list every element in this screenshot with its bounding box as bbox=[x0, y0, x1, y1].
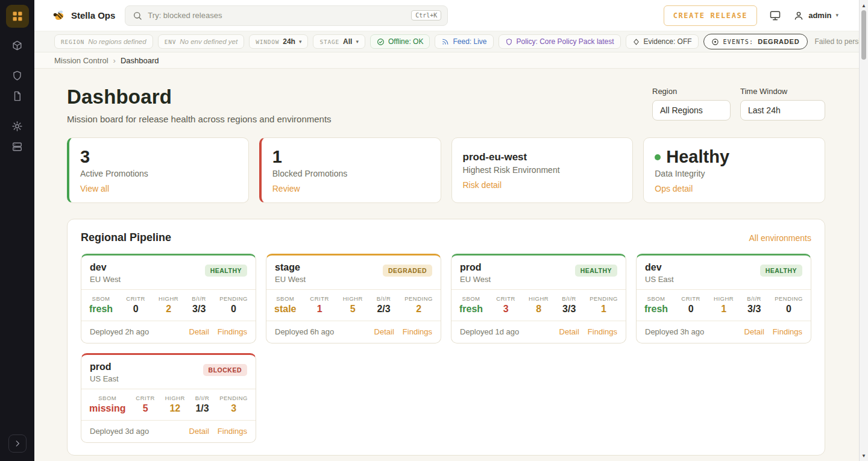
sidebar-item-settings[interactable] bbox=[7, 116, 28, 136]
env-chip-label: ENV bbox=[165, 39, 177, 45]
findings-link[interactable]: Findings bbox=[773, 327, 802, 336]
metric-critr-label: CRITR bbox=[681, 295, 700, 302]
detail-link[interactable]: Detail bbox=[189, 327, 209, 336]
env-metrics: SBOM missing CRITR 5 HIGHR 12 bbox=[81, 389, 256, 421]
user-menu[interactable]: admin ▾ bbox=[793, 10, 838, 21]
app-root: Stella Ops Ctrl+K CREATE RELEASE bbox=[0, 0, 868, 461]
detail-link[interactable]: Detail bbox=[189, 427, 209, 436]
env-metrics: SBOM fresh CRITR 0 HIGHR 1 bbox=[637, 289, 811, 321]
pipeline-header: Regional Pipeline All environments bbox=[81, 231, 811, 244]
monitor-icon bbox=[769, 10, 781, 22]
metric-pending: PENDING 0 bbox=[775, 295, 803, 315]
server-icon bbox=[11, 141, 23, 152]
findings-link[interactable]: Findings bbox=[218, 327, 247, 336]
view-all-link[interactable]: View all bbox=[80, 184, 109, 193]
metric-highr-value: 5 bbox=[350, 304, 356, 315]
metric-highr: HIGHR 12 bbox=[165, 395, 185, 414]
breadcrumb-mission-control[interactable]: Mission Control bbox=[54, 56, 108, 65]
evidence-status-chip[interactable]: Evidence: OFF bbox=[626, 34, 699, 49]
context-warning-text: Failed to persist global context prefere… bbox=[815, 37, 860, 46]
metric-sbom-value: fresh bbox=[89, 304, 113, 315]
risk-detail-link[interactable]: Risk detail bbox=[463, 180, 502, 190]
metric-bir: B/I/R 3/3 bbox=[192, 295, 206, 315]
offline-status-chip[interactable]: Offline: OK bbox=[370, 34, 430, 49]
stage-chip-value: All bbox=[343, 37, 352, 46]
env-region: EU West bbox=[90, 275, 121, 284]
time-window-select[interactable]: Last 24h bbox=[740, 100, 825, 121]
global-search[interactable]: Ctrl+K bbox=[125, 5, 448, 26]
env-name: stage bbox=[275, 262, 306, 273]
metric-highr-label: HIGHR bbox=[343, 295, 363, 302]
search-input[interactable] bbox=[148, 11, 406, 20]
region-chip-label: REGION bbox=[61, 39, 84, 45]
page-content: Dashboard Mission board for release heal… bbox=[34, 69, 859, 461]
metric-bir-value: 3/3 bbox=[562, 304, 576, 315]
metric-highr: HIGHR 5 bbox=[343, 295, 363, 315]
stat-cards: 3 Active Promotions View all 1 Blocked P… bbox=[67, 137, 825, 203]
env-metrics: SBOM stale CRITR 1 HIGHR 5 bbox=[266, 289, 441, 321]
review-link[interactable]: Review bbox=[272, 184, 300, 193]
window-context-chip[interactable]: WINDOW 24h ▾ bbox=[249, 34, 308, 49]
region-select[interactable]: All Regions bbox=[652, 100, 731, 121]
events-label: EVENTS: bbox=[723, 39, 754, 45]
env-card-stage-eu-west: stage EU West DEGRADED SBOM stale CR bbox=[266, 254, 441, 343]
deployed-time: Deployed 3d ago bbox=[90, 427, 149, 436]
env-region: EU West bbox=[460, 275, 491, 284]
region-context-chip[interactable]: REGION No regions defined bbox=[54, 34, 153, 49]
main-area: Stella Ops Ctrl+K CREATE RELEASE bbox=[34, 0, 859, 461]
sidebar-item-dashboard[interactable] bbox=[6, 5, 29, 28]
chevron-right-icon bbox=[13, 439, 22, 448]
page-title: Dashboard bbox=[67, 86, 332, 108]
ops-detail-link[interactable]: Ops detail bbox=[655, 184, 693, 193]
env-card-header: prod US East BLOCKED bbox=[81, 355, 256, 389]
scrollbar-thumb[interactable] bbox=[861, 10, 866, 60]
display-theme-button[interactable] bbox=[769, 10, 781, 22]
all-environments-link[interactable]: All environments bbox=[749, 233, 812, 243]
sidebar-item-infrastructure[interactable] bbox=[7, 136, 28, 157]
metric-pending-value: 2 bbox=[416, 304, 421, 315]
circle-dot-icon bbox=[711, 38, 719, 46]
env-region: EU West bbox=[275, 275, 306, 284]
sidebar-item-security[interactable] bbox=[7, 65, 28, 86]
scroll-down-icon[interactable]: ▼ bbox=[860, 451, 868, 460]
breadcrumb-separator: › bbox=[113, 56, 116, 65]
env-name: dev bbox=[90, 262, 121, 273]
metric-sbom-label: SBOM bbox=[98, 395, 116, 401]
metric-critr: CRITR 0 bbox=[681, 295, 700, 315]
brand[interactable]: Stella Ops bbox=[52, 8, 115, 22]
metric-critr-value: 1 bbox=[317, 304, 322, 315]
stat-value: Healthy bbox=[655, 147, 814, 167]
metric-bir-label: B/I/R bbox=[192, 295, 206, 302]
create-release-button[interactable]: CREATE RELEASE bbox=[664, 5, 758, 26]
env-card-footer: Deployed 6h ago Detail Findings bbox=[266, 321, 441, 343]
findings-link[interactable]: Findings bbox=[403, 327, 432, 336]
sidebar-item-documents[interactable] bbox=[7, 86, 28, 106]
events-status-pill[interactable]: EVENTS: DEGRADED bbox=[703, 34, 808, 49]
findings-link[interactable]: Findings bbox=[588, 327, 617, 336]
top-header: Stella Ops Ctrl+K CREATE RELEASE bbox=[34, 0, 859, 31]
offline-status-text: Offline: OK bbox=[388, 37, 423, 46]
feed-status-chip[interactable]: Feed: Live bbox=[435, 34, 493, 49]
evidence-status-text: Evidence: OFF bbox=[644, 37, 692, 46]
detail-link[interactable]: Detail bbox=[744, 327, 764, 336]
pipeline-grid: dev EU West HEALTHY SBOM fresh CRITR bbox=[81, 254, 811, 443]
regional-pipeline-section: Regional Pipeline All environments dev E… bbox=[67, 219, 825, 456]
metric-critr: CRITR 3 bbox=[496, 295, 515, 315]
findings-link[interactable]: Findings bbox=[218, 427, 247, 436]
metric-sbom-label: SBOM bbox=[647, 295, 665, 302]
region-filter-label: Region bbox=[652, 87, 731, 96]
page-subtitle: Mission board for release health across … bbox=[67, 114, 332, 124]
scroll-up-icon[interactable]: ▲ bbox=[860, 1, 868, 10]
metric-pending-label: PENDING bbox=[219, 395, 248, 401]
metric-sbom-value: stale bbox=[274, 304, 296, 315]
env-card-dev-eu-west: dev EU West HEALTHY SBOM fresh CRITR bbox=[81, 254, 256, 343]
env-context-chip[interactable]: ENV No env defined yet bbox=[158, 34, 244, 49]
sidebar-expand-button[interactable] bbox=[8, 434, 27, 453]
stage-context-chip[interactable]: STAGE All ▾ bbox=[313, 34, 365, 49]
window-scrollbar[interactable]: ▲ ▼ bbox=[859, 0, 868, 461]
detail-link[interactable]: Detail bbox=[374, 327, 394, 336]
policy-status-chip[interactable]: Policy: Core Policy Pack latest bbox=[498, 34, 621, 49]
detail-link[interactable]: Detail bbox=[559, 327, 579, 336]
page-header: Dashboard Mission board for release heal… bbox=[67, 86, 825, 124]
sidebar-item-releases[interactable] bbox=[7, 35, 28, 55]
